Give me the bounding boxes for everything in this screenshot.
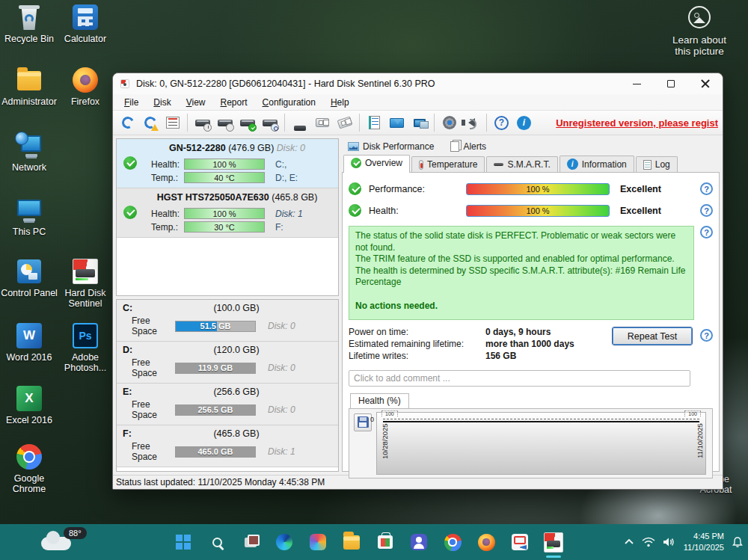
learn-about-picture[interactable]: Learn about this picture bbox=[658, 6, 741, 57]
teams-button[interactable] bbox=[409, 532, 429, 552]
health-chart-tab[interactable]: Health (%) bbox=[350, 393, 409, 409]
search-button[interactable] bbox=[207, 532, 227, 552]
help-icon[interactable]: ? bbox=[700, 226, 713, 239]
tray-chevron-button[interactable] bbox=[624, 538, 634, 546]
task-view-button[interactable] bbox=[241, 532, 260, 552]
wifi-icon bbox=[642, 537, 655, 547]
control-panel-icon bbox=[15, 257, 43, 286]
remote-monitor-button[interactable] bbox=[409, 113, 429, 132]
chrome-taskbar-button[interactable] bbox=[443, 532, 462, 552]
partition-d[interactable]: D: (120.0 GB) Free Space 119.9 GB Disk: … bbox=[117, 342, 338, 384]
log-icon bbox=[643, 160, 652, 170]
disk-monitor-button[interactable] bbox=[215, 113, 235, 132]
tab-alerts[interactable]: Alerts bbox=[447, 141, 489, 153]
close-button[interactable] bbox=[688, 73, 723, 94]
help-icon[interactable]: ? bbox=[700, 182, 713, 195]
desktop-icon-control-panel[interactable]: Control Panel bbox=[0, 257, 58, 298]
teams-icon bbox=[411, 534, 427, 550]
report-button[interactable] bbox=[162, 113, 183, 132]
unregistered-notice[interactable]: Unregistered version, please regist bbox=[536, 117, 718, 129]
tab-disk-performance[interactable]: Disk Performance bbox=[345, 141, 437, 153]
title-bar[interactable]: Disk: 0, GN-512-2280 [GD60612040431] - H… bbox=[113, 73, 723, 94]
firefox-taskbar-button[interactable] bbox=[476, 532, 496, 552]
clock-widget[interactable]: 4:45 PM 11/10/2025 bbox=[684, 531, 724, 553]
tab-temperature[interactable]: Temperature bbox=[411, 156, 485, 173]
health-rating: Excellent bbox=[620, 206, 700, 216]
desktop-icon-network[interactable]: Network bbox=[0, 132, 58, 173]
copilot-button[interactable] bbox=[308, 532, 328, 552]
tab-information[interactable]: i Information bbox=[560, 156, 634, 173]
tab-log[interactable]: Log bbox=[636, 156, 678, 173]
tab-smart[interactable]: S.M.A.R.T. bbox=[486, 156, 557, 173]
magnifier-overlay-icon bbox=[271, 123, 279, 132]
menu-configuration[interactable]: Configuration bbox=[256, 96, 322, 109]
maximize-button[interactable] bbox=[654, 73, 688, 94]
folder-icon bbox=[15, 66, 43, 94]
free-space-bar: 256.5 GB bbox=[175, 404, 256, 416]
disk-connector-button[interactable] bbox=[312, 113, 332, 132]
disk-hardware-button[interactable] bbox=[334, 113, 355, 132]
health-bar: 100 % bbox=[466, 205, 610, 217]
disk-schedule-button[interactable] bbox=[192, 113, 212, 132]
file-explorer-button[interactable] bbox=[342, 532, 361, 552]
desktop-icon-google-chrome[interactable]: Google Chrome bbox=[0, 443, 58, 495]
hard-disk-sentinel-taskbar-button[interactable] bbox=[544, 532, 563, 552]
volume-button[interactable] bbox=[663, 537, 676, 547]
log-button[interactable] bbox=[364, 113, 384, 132]
help-button[interactable]: ? bbox=[491, 113, 512, 132]
microsoft-store-button[interactable] bbox=[375, 532, 395, 552]
desktop-icon-this-pc[interactable]: This PC bbox=[0, 196, 58, 237]
weather-widget[interactable]: 88° bbox=[41, 527, 101, 557]
edge-button[interactable] bbox=[275, 532, 294, 552]
desktop-icon-calculator[interactable]: Calculator bbox=[56, 3, 114, 44]
mail-alert-button[interactable] bbox=[387, 113, 407, 132]
partition-c[interactable]: C: (100.0 GB) Free Space 51.5 GB Disk: 0 bbox=[117, 300, 338, 342]
speaker-icon bbox=[663, 537, 676, 547]
disk-item-1[interactable]: HGST HTS725050A7E630 (465.8 GB) Health: … bbox=[117, 188, 338, 238]
notifications-button[interactable] bbox=[732, 536, 744, 548]
wifi-button[interactable] bbox=[642, 537, 655, 547]
disk-name: HGST HTS725050A7E630 bbox=[157, 192, 269, 203]
tab-overview[interactable]: Overview bbox=[343, 155, 410, 173]
learn-about-line2: this picture bbox=[675, 46, 723, 57]
picture-icon bbox=[688, 6, 711, 28]
desktop-icon-photoshop[interactable]: Ps Adobe Photosh... bbox=[56, 321, 114, 374]
desktop-icon-word[interactable]: W Word 2016 bbox=[0, 321, 58, 363]
partition-e[interactable]: E: (256.6 GB) Free Space 256.5 GB Disk: … bbox=[117, 384, 338, 425]
cloud-icon bbox=[41, 537, 71, 550]
desktop-icon-label: Firefox bbox=[71, 96, 99, 107]
menu-file[interactable]: File bbox=[117, 96, 145, 109]
edge-icon bbox=[276, 534, 292, 550]
network-disk-button[interactable] bbox=[289, 113, 310, 132]
sound-settings-button[interactable] bbox=[462, 113, 482, 132]
tab-row: Overview Temperature S.M.A.R.T. i Inform… bbox=[342, 155, 720, 173]
settings-button[interactable] bbox=[439, 113, 459, 132]
menu-help[interactable]: Help bbox=[324, 96, 356, 109]
repeat-test-button[interactable]: Repeat Test bbox=[613, 327, 692, 345]
partition-f[interactable]: F: (465.8 GB) Free Space 465.0 GB Disk: … bbox=[117, 425, 338, 467]
comment-input[interactable] bbox=[349, 370, 690, 387]
desktop-icon-administrator[interactable]: Administrator bbox=[0, 66, 58, 107]
menu-disk[interactable]: Disk bbox=[147, 96, 177, 109]
refresh-button[interactable] bbox=[117, 113, 138, 132]
pages-icon bbox=[450, 141, 459, 152]
save-chart-button[interactable] bbox=[354, 413, 372, 431]
desktop-icon-excel[interactable]: X Excel 2016 bbox=[0, 384, 58, 425]
minimize-button[interactable] bbox=[619, 73, 654, 94]
disk-test-button[interactable] bbox=[237, 113, 257, 132]
scissors-app-button[interactable] bbox=[510, 532, 530, 552]
free-space-label: Free Space bbox=[123, 316, 175, 336]
menu-report[interactable]: Report bbox=[214, 96, 254, 109]
start-button[interactable] bbox=[174, 532, 193, 552]
disk-item-0[interactable]: GN-512-2280 (476.9 GB) Disk: 0 Health: 1… bbox=[117, 139, 338, 188]
desktop-icon-recycle-bin[interactable]: Recycle Bin bbox=[0, 3, 58, 44]
disk-surface-test-button[interactable] bbox=[260, 113, 280, 132]
refresh-all-button[interactable] bbox=[140, 113, 160, 132]
x-start-label: 10/28/2025 bbox=[381, 423, 389, 473]
help-icon[interactable]: ? bbox=[700, 204, 713, 217]
menu-view[interactable]: View bbox=[180, 96, 212, 109]
desktop-icon-hard-disk-sentinel[interactable]: Hard Disk Sentinel bbox=[56, 257, 114, 310]
desktop-icon-firefox[interactable]: Firefox bbox=[56, 66, 114, 107]
help-icon[interactable]: ? bbox=[700, 329, 713, 342]
about-button[interactable]: i bbox=[514, 113, 534, 132]
